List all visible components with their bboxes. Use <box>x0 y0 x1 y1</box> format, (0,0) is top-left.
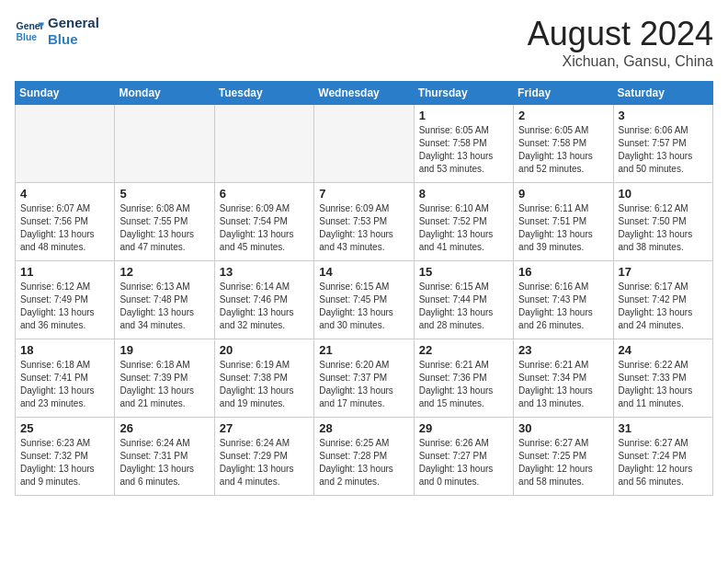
day-info: Sunrise: 6:17 AM Sunset: 7:42 PM Dayligh… <box>619 281 708 332</box>
day-info: Sunrise: 6:12 AM Sunset: 7:50 PM Dayligh… <box>619 202 708 254</box>
day-cell: 11Sunrise: 6:12 AM Sunset: 7:49 PM Dayli… <box>16 261 115 339</box>
day-cell: 14Sunrise: 6:15 AM Sunset: 7:45 PM Dayli… <box>314 261 414 339</box>
day-number: 5 <box>119 187 209 201</box>
day-info: Sunrise: 6:13 AM Sunset: 7:48 PM Dayligh… <box>119 281 209 332</box>
day-info: Sunrise: 6:09 AM Sunset: 7:54 PM Dayligh… <box>220 202 309 254</box>
logo-text-blue: Blue <box>48 31 99 48</box>
day-info: Sunrise: 6:22 AM Sunset: 7:33 PM Dayligh… <box>619 359 708 410</box>
day-number: 6 <box>220 187 309 201</box>
weekday-header-friday: Friday <box>514 82 613 105</box>
day-cell: 24Sunrise: 6:22 AM Sunset: 7:33 PM Dayli… <box>613 339 712 418</box>
day-info: Sunrise: 6:27 AM Sunset: 7:24 PM Dayligh… <box>619 437 708 488</box>
day-info: Sunrise: 6:21 AM Sunset: 7:34 PM Dayligh… <box>518 359 608 410</box>
day-info: Sunrise: 6:18 AM Sunset: 7:41 PM Dayligh… <box>20 359 109 410</box>
day-info: Sunrise: 6:25 AM Sunset: 7:28 PM Dayligh… <box>319 437 408 488</box>
day-info: Sunrise: 6:11 AM Sunset: 7:51 PM Dayligh… <box>518 202 608 254</box>
day-cell: 20Sunrise: 6:19 AM Sunset: 7:38 PM Dayli… <box>214 339 313 418</box>
day-cell: 16Sunrise: 6:16 AM Sunset: 7:43 PM Dayli… <box>514 261 613 339</box>
day-cell: 28Sunrise: 6:25 AM Sunset: 7:28 PM Dayli… <box>314 418 414 496</box>
day-info: Sunrise: 6:09 AM Sunset: 7:53 PM Dayligh… <box>319 202 408 254</box>
day-number: 25 <box>20 421 109 435</box>
day-cell <box>115 105 214 183</box>
day-number: 1 <box>419 109 508 122</box>
day-cell: 4Sunrise: 6:07 AM Sunset: 7:56 PM Daylig… <box>16 183 115 261</box>
day-cell: 6Sunrise: 6:09 AM Sunset: 7:54 PM Daylig… <box>214 183 313 261</box>
day-number: 4 <box>20 187 109 201</box>
day-info: Sunrise: 6:15 AM Sunset: 7:44 PM Dayligh… <box>419 281 508 332</box>
day-info: Sunrise: 6:05 AM Sunset: 7:58 PM Dayligh… <box>518 124 608 176</box>
calendar-body: 1Sunrise: 6:05 AM Sunset: 7:58 PM Daylig… <box>16 105 713 496</box>
day-number: 10 <box>619 187 708 201</box>
location: Xichuan, Gansu, China <box>528 53 713 70</box>
day-number: 16 <box>518 265 608 279</box>
day-cell: 22Sunrise: 6:21 AM Sunset: 7:36 PM Dayli… <box>414 339 513 418</box>
week-row-2: 4Sunrise: 6:07 AM Sunset: 7:56 PM Daylig… <box>16 183 713 261</box>
day-info: Sunrise: 6:23 AM Sunset: 7:32 PM Dayligh… <box>20 437 109 488</box>
day-number: 9 <box>518 187 608 201</box>
day-cell <box>16 105 115 183</box>
day-info: Sunrise: 6:07 AM Sunset: 7:56 PM Dayligh… <box>20 202 109 254</box>
logo-icon: General Blue <box>15 17 44 46</box>
title-block: August 2024 Xichuan, Gansu, China <box>528 15 713 70</box>
day-cell <box>214 105 313 183</box>
day-number: 24 <box>619 343 708 357</box>
day-info: Sunrise: 6:08 AM Sunset: 7:55 PM Dayligh… <box>119 202 209 254</box>
day-cell: 26Sunrise: 6:24 AM Sunset: 7:31 PM Dayli… <box>115 418 214 496</box>
day-number: 30 <box>518 421 608 435</box>
day-cell: 17Sunrise: 6:17 AM Sunset: 7:42 PM Dayli… <box>613 261 712 339</box>
week-row-1: 1Sunrise: 6:05 AM Sunset: 7:58 PM Daylig… <box>16 105 713 183</box>
day-number: 17 <box>619 265 708 279</box>
day-number: 27 <box>220 421 309 435</box>
day-info: Sunrise: 6:24 AM Sunset: 7:31 PM Dayligh… <box>119 437 209 488</box>
svg-text:Blue: Blue <box>17 32 38 42</box>
day-info: Sunrise: 6:20 AM Sunset: 7:37 PM Dayligh… <box>319 359 408 410</box>
day-info: Sunrise: 6:19 AM Sunset: 7:38 PM Dayligh… <box>220 359 309 410</box>
day-info: Sunrise: 6:06 AM Sunset: 7:57 PM Dayligh… <box>619 124 708 176</box>
day-cell: 18Sunrise: 6:18 AM Sunset: 7:41 PM Dayli… <box>16 339 115 418</box>
day-cell: 2Sunrise: 6:05 AM Sunset: 7:58 PM Daylig… <box>514 105 613 183</box>
day-info: Sunrise: 6:27 AM Sunset: 7:25 PM Dayligh… <box>518 437 608 488</box>
day-cell: 23Sunrise: 6:21 AM Sunset: 7:34 PM Dayli… <box>514 339 613 418</box>
day-number: 31 <box>619 421 708 435</box>
weekday-header-wednesday: Wednesday <box>314 82 414 105</box>
day-cell: 9Sunrise: 6:11 AM Sunset: 7:51 PM Daylig… <box>514 183 613 261</box>
week-row-5: 25Sunrise: 6:23 AM Sunset: 7:32 PM Dayli… <box>16 418 713 496</box>
weekday-header-sunday: Sunday <box>16 82 115 105</box>
day-number: 11 <box>20 265 109 279</box>
day-info: Sunrise: 6:14 AM Sunset: 7:46 PM Dayligh… <box>220 281 309 332</box>
day-cell <box>314 105 414 183</box>
calendar-table: SundayMondayTuesdayWednesdayThursdayFrid… <box>15 81 713 496</box>
day-info: Sunrise: 6:10 AM Sunset: 7:52 PM Dayligh… <box>419 202 508 254</box>
logo: General Blue General Blue <box>15 15 99 48</box>
day-info: Sunrise: 6:16 AM Sunset: 7:43 PM Dayligh… <box>518 281 608 332</box>
weekday-header-thursday: Thursday <box>414 82 513 105</box>
weekday-header-monday: Monday <box>115 82 214 105</box>
day-number: 29 <box>419 421 508 435</box>
day-number: 18 <box>20 343 109 357</box>
day-cell: 30Sunrise: 6:27 AM Sunset: 7:25 PM Dayli… <box>514 418 613 496</box>
day-cell: 10Sunrise: 6:12 AM Sunset: 7:50 PM Dayli… <box>613 183 712 261</box>
page-header: General Blue General Blue August 2024 Xi… <box>15 15 713 70</box>
day-number: 21 <box>319 343 408 357</box>
day-cell: 21Sunrise: 6:20 AM Sunset: 7:37 PM Dayli… <box>314 339 414 418</box>
day-number: 22 <box>419 343 508 357</box>
day-info: Sunrise: 6:21 AM Sunset: 7:36 PM Dayligh… <box>419 359 508 410</box>
day-cell: 8Sunrise: 6:10 AM Sunset: 7:52 PM Daylig… <box>414 183 513 261</box>
month-title: August 2024 <box>528 15 713 53</box>
logo-text-general: General <box>48 15 99 31</box>
day-cell: 3Sunrise: 6:06 AM Sunset: 7:57 PM Daylig… <box>613 105 712 183</box>
weekday-header-tuesday: Tuesday <box>214 82 313 105</box>
day-number: 26 <box>119 421 209 435</box>
day-number: 28 <box>319 421 408 435</box>
day-number: 15 <box>419 265 508 279</box>
day-cell: 19Sunrise: 6:18 AM Sunset: 7:39 PM Dayli… <box>115 339 214 418</box>
day-number: 13 <box>220 265 309 279</box>
day-cell: 1Sunrise: 6:05 AM Sunset: 7:58 PM Daylig… <box>414 105 513 183</box>
day-number: 19 <box>119 343 209 357</box>
weekday-row: SundayMondayTuesdayWednesdayThursdayFrid… <box>16 82 713 105</box>
day-cell: 5Sunrise: 6:08 AM Sunset: 7:55 PM Daylig… <box>115 183 214 261</box>
day-cell: 7Sunrise: 6:09 AM Sunset: 7:53 PM Daylig… <box>314 183 414 261</box>
day-cell: 31Sunrise: 6:27 AM Sunset: 7:24 PM Dayli… <box>613 418 712 496</box>
day-number: 23 <box>518 343 608 357</box>
day-info: Sunrise: 6:18 AM Sunset: 7:39 PM Dayligh… <box>119 359 209 410</box>
